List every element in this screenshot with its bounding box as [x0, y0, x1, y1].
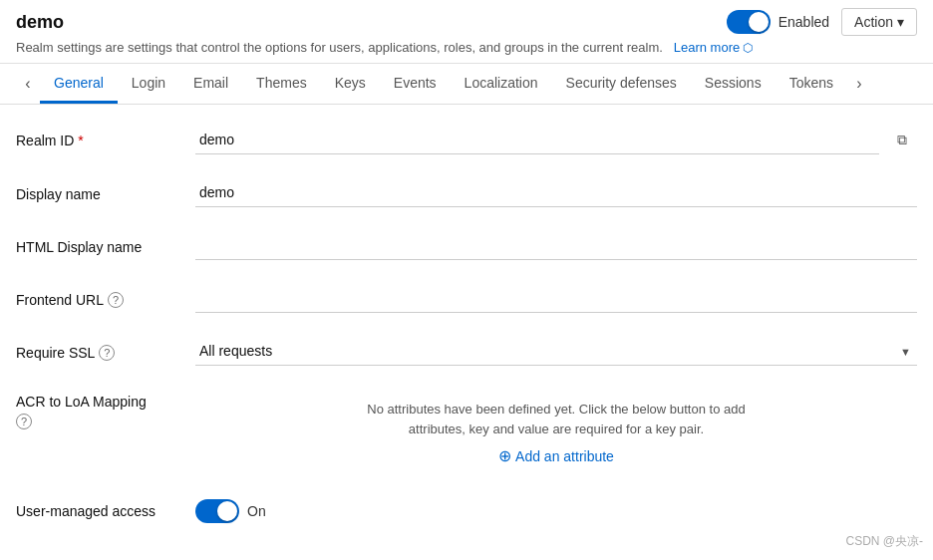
display-name-label: Display name [16, 178, 195, 202]
tab-events[interactable]: Events [380, 65, 451, 104]
realm-id-input[interactable] [195, 126, 879, 154]
user-managed-access-row: User-managed access On [16, 499, 917, 523]
html-display-name-row: HTML Display name [16, 231, 917, 260]
add-attribute-button[interactable]: ⊕ Add an attribute [498, 446, 614, 465]
frontend-url-input[interactable] [195, 284, 917, 313]
page-title: demo [16, 12, 64, 33]
tab-keys[interactable]: Keys [321, 65, 380, 104]
html-display-name-control [195, 231, 917, 260]
tab-email[interactable]: Email [179, 65, 242, 104]
tab-localization[interactable]: Localization [451, 65, 552, 104]
add-attribute-label: Add an attribute [515, 448, 614, 464]
realm-id-control: ⧉ [195, 125, 917, 154]
frontend-url-label: Frontend URL ? [16, 284, 195, 308]
require-ssl-help-icon[interactable]: ? [99, 345, 115, 361]
enabled-label: Enabled [778, 14, 829, 30]
tab-general[interactable]: General [40, 65, 118, 104]
tab-security-defenses[interactable]: Security defenses [552, 65, 691, 104]
tab-themes[interactable]: Themes [242, 65, 321, 104]
frontend-url-control [195, 284, 917, 313]
acr-content: No attributes have been defined yet. Cli… [195, 390, 917, 475]
action-button[interactable]: Action ▾ [841, 8, 917, 36]
acr-help-icon[interactable]: ? [16, 414, 32, 429]
action-label: Action [854, 14, 893, 30]
display-name-row: Display name [16, 178, 917, 207]
acr-empty-message: No attributes have been defined yet. Cli… [347, 400, 766, 438]
tab-tokens[interactable]: Tokens [776, 65, 847, 104]
realm-id-row: Realm ID * ⧉ [16, 125, 917, 154]
require-ssl-select[interactable]: None External requests All requests [195, 337, 917, 366]
tab-sessions[interactable]: Sessions [691, 65, 776, 104]
html-display-name-input[interactable] [195, 231, 917, 260]
enabled-toggle[interactable] [727, 10, 771, 34]
tabs-bar: ‹ General Login Email Themes Keys Events… [0, 64, 933, 105]
action-chevron-icon: ▾ [897, 14, 904, 30]
acr-label: ACR to LoA Mapping ? [16, 390, 195, 429]
content-area: Realm ID * ⧉ Display name HTML Display n… [0, 105, 933, 547]
display-name-control [195, 178, 917, 207]
watermark: CSDN @央凉- [845, 533, 923, 550]
frontend-url-help-icon[interactable]: ? [108, 292, 124, 308]
external-link-icon: ⬡ [743, 41, 753, 55]
realm-id-label: Realm ID * [16, 125, 195, 148]
require-ssl-label: Require SSL ? [16, 337, 195, 361]
html-display-name-label: HTML Display name [16, 231, 195, 255]
require-ssl-row: Require SSL ? None External requests All… [16, 337, 917, 366]
tabs-next-button[interactable]: › [847, 64, 871, 104]
learn-more-label: Learn more [674, 40, 740, 55]
add-attribute-plus-icon: ⊕ [498, 446, 511, 465]
user-managed-access-on-label: On [247, 503, 266, 519]
require-ssl-select-wrap: None External requests All requests [195, 337, 917, 366]
acr-mapping-row: ACR to LoA Mapping ? No attributes have … [16, 390, 917, 475]
user-managed-access-toggle[interactable] [195, 499, 239, 523]
display-name-input[interactable] [195, 178, 917, 207]
copy-realm-id-button[interactable]: ⧉ [887, 125, 917, 154]
learn-more-link[interactable]: Learn more ⬡ [674, 40, 753, 55]
user-managed-access-label: User-managed access [16, 503, 195, 519]
description-row: Realm settings are settings that control… [0, 40, 933, 64]
enabled-toggle-wrap: Enabled [727, 10, 829, 34]
copy-icon: ⧉ [897, 132, 907, 148]
description-text: Realm settings are settings that control… [16, 40, 663, 55]
tab-login[interactable]: Login [118, 65, 179, 104]
tabs-prev-button[interactable]: ‹ [16, 64, 40, 104]
required-marker: * [78, 133, 83, 148]
frontend-url-row: Frontend URL ? [16, 284, 917, 313]
